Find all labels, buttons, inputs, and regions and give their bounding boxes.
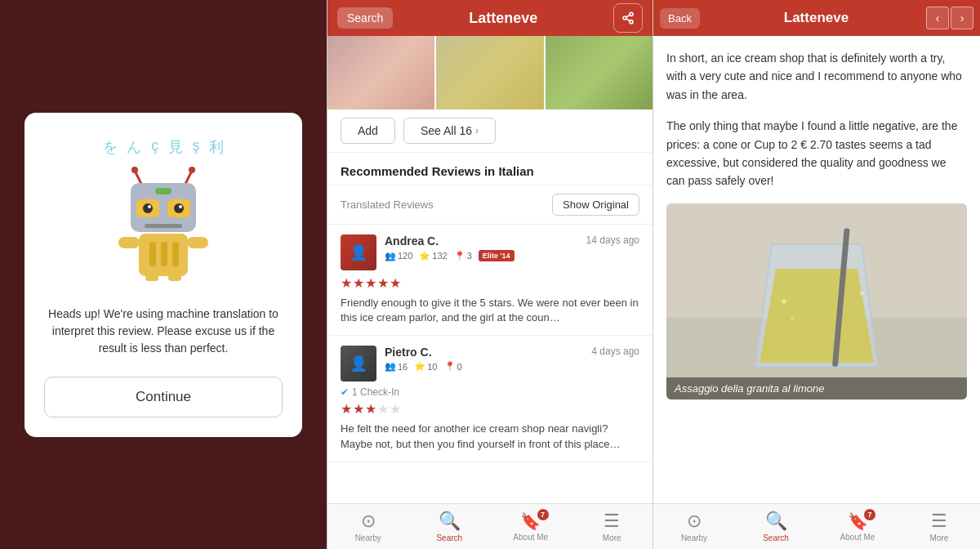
review-item[interactable]: 👤 Andrea C. 👥 120 ⭐ 132 xyxy=(327,225,653,336)
tab-search-detail[interactable]: 🔍 Search xyxy=(735,504,817,549)
days-ago: 14 days ago xyxy=(586,234,639,246)
svg-rect-19 xyxy=(145,274,158,281)
reviewer-name: Pietro C. xyxy=(385,346,462,359)
tab-about-me-label: About Me xyxy=(513,533,548,542)
star-rating: ★ ★ ★ ★ ★ xyxy=(341,401,639,417)
svg-point-10 xyxy=(148,205,151,208)
robot-illustration: を ん ç 見 ş 利 xyxy=(90,137,237,284)
nav-title: Latteneve xyxy=(469,10,537,27)
svg-rect-12 xyxy=(145,224,182,228)
reviewer-left: 👤 Andrea C. 👥 120 ⭐ 132 xyxy=(341,234,514,270)
reviewer-stats: 👥 120 ⭐ 132 📍 3 Elite '14 xyxy=(385,250,514,261)
reviewer-header: 👤 Pietro C. 👥 16 ⭐ 10 xyxy=(341,346,639,382)
tab-search[interactable]: 🔍 Search xyxy=(409,504,491,549)
translation-warning-panel: を ん ç 見 ş 利 xyxy=(0,0,327,549)
see-all-button[interactable]: See All 16 › xyxy=(403,118,496,144)
stat-item: ⭐ 132 xyxy=(419,251,447,261)
photo-thumb-1[interactable] xyxy=(327,36,434,109)
tab-more-label: More xyxy=(603,533,621,542)
stat-item: 👥 120 xyxy=(385,251,412,261)
search-icon: 🔍 xyxy=(439,511,461,532)
svg-line-25 xyxy=(626,15,630,17)
svg-marker-29 xyxy=(760,269,874,363)
share-button[interactable] xyxy=(613,3,643,33)
tab-about-me-detail[interactable]: 🔖 7 About Me xyxy=(817,504,898,549)
photo-thumb-2[interactable] xyxy=(436,36,543,109)
robot-body xyxy=(110,167,216,284)
more-icon: ☰ xyxy=(931,511,947,532)
floating-chars: を ん ç 見 ş 利 xyxy=(90,137,237,157)
stat-item: 📍 0 xyxy=(444,361,462,372)
review-paragraph-2: The only thing that maybe I found a litt… xyxy=(666,117,967,190)
next-button[interactable]: › xyxy=(951,7,973,29)
reviews-section: Recommended Reviews in Italian Translate… xyxy=(327,153,653,503)
svg-rect-18 xyxy=(187,237,208,248)
review-paragraph-1: In short, an ice cream shop that is defi… xyxy=(666,49,967,104)
tab-more-label: More xyxy=(930,533,949,542)
svg-rect-16 xyxy=(172,242,179,266)
prev-button[interactable]: ‹ xyxy=(926,7,949,29)
nav-bar: Search Latteneve xyxy=(327,0,653,36)
continue-button[interactable]: Continue xyxy=(44,377,283,417)
nearby-icon: ⊙ xyxy=(687,511,702,532)
stat-item: 📍 3 xyxy=(454,251,472,261)
back-button[interactable]: Back xyxy=(660,8,700,29)
svg-point-33 xyxy=(860,291,864,295)
days-ago: 4 days ago xyxy=(591,346,639,357)
review-detail-panel: Back Latteneve ‹ › In short, an ice crea… xyxy=(653,0,980,549)
svg-rect-5 xyxy=(155,188,172,194)
svg-rect-17 xyxy=(118,237,140,248)
reviewer-header: 👤 Andrea C. 👥 120 ⭐ 132 xyxy=(341,234,639,270)
tab-bar: ⊙ Nearby 🔍 Search 🔖 7 About Me ☰ More xyxy=(327,503,653,549)
dialog-card: を ん ç 見 ş 利 xyxy=(24,113,302,437)
tab-nearby[interactable]: ⊙ Nearby xyxy=(327,504,409,549)
review-image[interactable]: Assaggio della granita al limone xyxy=(666,203,967,399)
svg-rect-20 xyxy=(168,274,181,281)
review-text: Friendly enough to give it the 5 stars. … xyxy=(341,296,639,325)
tab-more-detail[interactable]: ☰ More xyxy=(898,504,980,549)
photo-thumb-3[interactable] xyxy=(546,36,653,109)
svg-point-32 xyxy=(791,316,794,319)
elite-badge: Elite '14 xyxy=(479,250,514,261)
review-content: In short, an ice cream shop that is defi… xyxy=(653,36,980,503)
review-text: He felt the need for another ice cream s… xyxy=(341,422,639,451)
svg-rect-15 xyxy=(161,242,167,266)
tab-nearby-label: Nearby xyxy=(681,533,707,542)
stat-item: ⭐ 10 xyxy=(414,361,437,372)
nav-title-detail: Latteneve xyxy=(706,10,926,26)
section-header: Recommended Reviews in Italian xyxy=(327,153,653,185)
reviewer-left: 👤 Pietro C. 👥 16 ⭐ 10 xyxy=(341,346,462,382)
show-original-button[interactable]: Show Original xyxy=(552,194,639,216)
nav-bar-left: Search xyxy=(337,7,393,29)
avatar: 👤 xyxy=(341,234,376,270)
svg-rect-14 xyxy=(149,242,156,266)
avatar: 👤 xyxy=(341,346,376,382)
reviewer-stats: 👥 16 ⭐ 10 📍 0 xyxy=(385,361,462,372)
tab-more[interactable]: ☰ More xyxy=(572,504,653,549)
checkin-label: ✔ 1 Check-In xyxy=(341,386,639,398)
review-item[interactable]: 👤 Pietro C. 👥 16 ⭐ 10 xyxy=(327,336,653,462)
tab-badge: 7 xyxy=(537,509,549,520)
reviewer-info: Andrea C. 👥 120 ⭐ 132 📍 xyxy=(385,234,514,270)
svg-point-1 xyxy=(131,167,138,173)
tab-about-me-label: About Me xyxy=(840,533,875,542)
add-see-bar: Add See All 16 › xyxy=(327,109,653,153)
search-nav-button[interactable]: Search xyxy=(337,7,393,29)
translated-label: Translated Reviews xyxy=(341,199,434,211)
add-photo-button[interactable]: Add xyxy=(341,118,395,144)
svg-line-24 xyxy=(626,19,630,21)
svg-point-8 xyxy=(143,203,153,213)
svg-point-3 xyxy=(189,167,195,173)
reviewer-name: Andrea C. xyxy=(385,234,514,248)
tab-search-label: Search xyxy=(436,533,462,542)
nav-arrows: ‹ › xyxy=(926,7,973,29)
reviews-list-panel: Search Latteneve Add See All 16 › Recomm… xyxy=(327,0,653,549)
more-icon: ☰ xyxy=(604,511,620,532)
svg-point-31 xyxy=(782,299,786,304)
tab-search-label: Search xyxy=(763,533,789,542)
image-caption: Assaggio della granita al limone xyxy=(666,377,967,399)
nav-bar-detail: Back Latteneve ‹ › xyxy=(653,0,980,36)
tab-nearby-detail[interactable]: ⊙ Nearby xyxy=(653,504,735,549)
tab-about-me[interactable]: 🔖 7 About Me xyxy=(490,504,572,549)
search-icon: 🔍 xyxy=(765,511,787,532)
